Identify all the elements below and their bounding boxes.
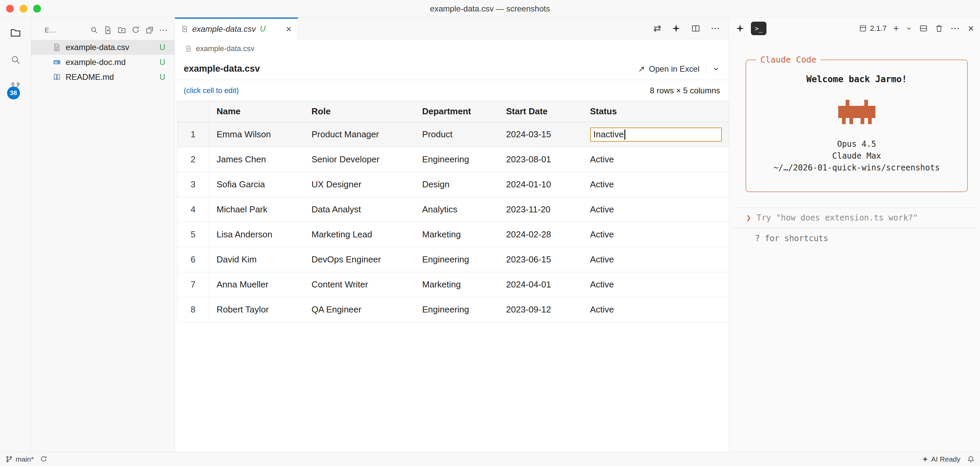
csv-table-body: 1Emma WilsonProduct ManagerProduct2024-0… — [177, 122, 729, 322]
table-cell[interactable]: 2024-04-01 — [499, 272, 583, 297]
row-number: 8 — [177, 297, 209, 322]
open-changes-icon[interactable]: ⇄ — [654, 24, 661, 33]
table-cell[interactable]: Active — [583, 247, 729, 272]
table-cell[interactable]: Michael Park — [209, 197, 304, 222]
ai-ready-item[interactable]: AI Ready — [922, 455, 960, 463]
collapse-all-icon[interactable] — [145, 26, 154, 35]
search-icon[interactable] — [10, 54, 21, 66]
table-cell[interactable]: 2023-08-01 — [499, 147, 583, 172]
table-cell[interactable]: Sofia Garcia — [209, 172, 304, 197]
open-in-excel-button[interactable]: ↗ Open in Excel — [638, 64, 700, 74]
table-cell[interactable]: QA Engineer — [304, 297, 415, 322]
table-cell[interactable]: Data Analyst — [304, 197, 415, 222]
zoom-window-button[interactable] — [33, 5, 41, 13]
tab-example-data-csv[interactable]: example-data.csv U × — [175, 17, 298, 39]
close-window-button[interactable] — [6, 5, 14, 13]
file-item-readme-md[interactable]: README.md U — [31, 70, 175, 84]
cell-edit-input[interactable]: Inactive — [590, 127, 722, 142]
new-file-icon[interactable] — [103, 26, 112, 35]
panel-toolbar: >_ 2.1.7 + ⋯ × — [729, 17, 980, 39]
table-cell[interactable]: Design — [415, 172, 499, 197]
explorer-header: E… ⋯ — [31, 20, 175, 40]
table-cell[interactable]: Senior Developer — [304, 147, 415, 172]
row-number: 3 — [177, 172, 209, 197]
table-cell[interactable]: Lisa Anderson — [209, 222, 304, 247]
table-cell[interactable]: 2023-11-20 — [499, 197, 583, 222]
close-panel-icon[interactable]: × — [968, 23, 974, 33]
trash-icon[interactable] — [935, 24, 943, 33]
window-title: example-data.csv — screenshots — [0, 4, 980, 14]
table-cell[interactable]: DevOps Engineer — [304, 247, 415, 272]
git-status-badge: U — [159, 58, 165, 67]
chevron-down-icon[interactable] — [712, 65, 720, 73]
row-number: 2 — [177, 147, 209, 172]
edit-hint-link[interactable]: (click cell to edit) — [184, 86, 239, 95]
table-cell[interactable]: James Chen — [209, 147, 304, 172]
table-cell[interactable]: 2024-02-28 — [499, 222, 583, 247]
status-bar: main* AI Ready — [0, 452, 980, 466]
git-branch-item[interactable]: main* — [5, 455, 34, 463]
split-editor-icon[interactable] — [691, 24, 700, 33]
prompt-input[interactable]: ❯ Try "how does extension.ts work?" — [733, 208, 977, 228]
filter-search-icon[interactable] — [90, 26, 99, 35]
table-cell[interactable]: Active — [583, 272, 729, 297]
table-cell[interactable]: David Kim — [209, 247, 304, 272]
git-status-badge: U — [159, 43, 165, 52]
markdown-file-icon: M↓ — [53, 58, 61, 66]
minimize-window-button[interactable] — [20, 5, 27, 13]
breadcrumb-item[interactable]: example-data.csv — [196, 44, 254, 53]
table-cell[interactable]: Active — [583, 147, 729, 172]
notifications-bell-icon[interactable] — [967, 455, 975, 463]
sync-changes-icon[interactable] — [40, 455, 48, 463]
table-cell[interactable]: Anna Mueller — [209, 272, 304, 297]
table-cell[interactable]: Emma Wilson — [209, 122, 304, 147]
more-actions-icon[interactable]: ⋯ — [159, 26, 168, 35]
source-control-icon[interactable]: 38 — [10, 81, 21, 93]
table-row: 8Robert TaylorQA EngineerEngineering2023… — [177, 297, 729, 322]
table-cell[interactable]: Active — [583, 172, 729, 197]
explorer-icon[interactable] — [10, 27, 21, 38]
claude-box-title: Claude Code — [756, 55, 821, 65]
chevron-down-icon[interactable] — [905, 25, 912, 32]
table-cell[interactable]: 2023-06-15 — [499, 247, 583, 272]
table-cell[interactable]: Active — [583, 197, 729, 222]
tab-label: example-data.csv — [192, 24, 256, 34]
divider — [706, 64, 706, 74]
new-folder-icon[interactable] — [118, 26, 126, 35]
new-session-icon[interactable]: + — [893, 24, 899, 33]
row-number: 4 — [177, 197, 209, 222]
table-cell[interactable]: 2023-09-12 — [499, 297, 583, 322]
table-cell[interactable]: Marketing — [415, 222, 499, 247]
more-actions-icon[interactable]: ⋯ — [711, 24, 720, 33]
text-caret — [624, 130, 625, 139]
file-item-example-doc-md[interactable]: M↓ example-doc.md U — [31, 55, 175, 70]
title-bar: example-data.csv — screenshots — [0, 0, 980, 17]
split-panel-icon[interactable] — [919, 24, 928, 33]
table-cell[interactable]: Content Writer — [304, 272, 415, 297]
table-cell[interactable]: UX Designer — [304, 172, 415, 197]
sparkle-icon[interactable] — [671, 24, 681, 33]
table-cell[interactable]: Robert Taylor — [209, 297, 304, 322]
more-actions-icon[interactable]: ⋯ — [950, 24, 960, 33]
file-item-example-data-csv[interactable]: example-data.csv U — [31, 40, 175, 55]
open-external-icon: ↗ — [638, 65, 645, 73]
table-cell[interactable]: Inactive — [583, 122, 729, 147]
tab-close-icon[interactable]: × — [286, 24, 292, 34]
table-cell[interactable]: Active — [583, 222, 729, 247]
table-cell[interactable]: Marketing Lead — [304, 222, 415, 247]
table-cell[interactable]: Product Manager — [304, 122, 415, 147]
table-cell[interactable]: Analytics — [415, 197, 499, 222]
table-cell[interactable]: Engineering — [415, 247, 499, 272]
table-cell[interactable]: Engineering — [415, 147, 499, 172]
table-cell[interactable]: Engineering — [415, 297, 499, 322]
breadcrumb[interactable]: example-data.csv — [175, 39, 729, 58]
table-cell[interactable]: Marketing — [415, 272, 499, 297]
sparkle-icon[interactable] — [735, 24, 745, 33]
table-cell[interactable]: Active — [583, 297, 729, 322]
svg-text:M↓: M↓ — [54, 61, 59, 64]
refresh-icon[interactable] — [131, 26, 140, 35]
terminal-tab-icon[interactable]: >_ — [751, 22, 767, 35]
table-cell[interactable]: 2024-03-15 — [499, 122, 583, 147]
table-cell[interactable]: Product — [415, 122, 499, 147]
table-cell[interactable]: 2024-01-10 — [499, 172, 583, 197]
